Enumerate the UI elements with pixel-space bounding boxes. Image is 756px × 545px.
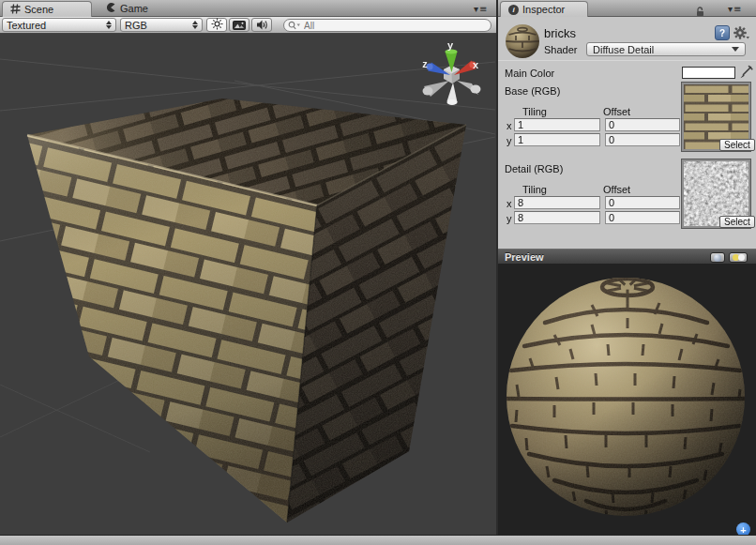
scene-3d-canvas: y x z xyxy=(0,34,496,535)
detail-offset-x-field[interactable] xyxy=(605,196,680,209)
base-x-label: x xyxy=(507,120,512,131)
scene-tabbar: Scene Game ▾≡ xyxy=(0,0,496,17)
chevron-down-icon xyxy=(732,47,739,52)
material-preview-thumbnail xyxy=(505,23,540,59)
preview-viewport[interactable]: + xyxy=(498,265,756,535)
tab-scene[interactable]: Scene xyxy=(2,1,92,17)
sun-icon xyxy=(211,17,223,34)
detail-tiling-y-field[interactable] xyxy=(514,211,600,224)
preview-title: Preview xyxy=(505,251,544,263)
header-separator xyxy=(498,60,756,61)
eyedropper-icon[interactable] xyxy=(739,65,753,83)
updown-arrows-icon xyxy=(192,21,198,29)
detail-section-title: Detail (RGB) xyxy=(505,163,563,174)
scene-pane-menu-icon[interactable]: ▾≡ xyxy=(474,4,488,14)
tab-inspector[interactable]: i Inspector xyxy=(500,1,588,17)
speaker-icon xyxy=(256,17,268,34)
base-y-label: y xyxy=(507,135,512,146)
gizmo-z-label: z xyxy=(422,58,428,69)
tab-game-label: Game xyxy=(120,3,148,14)
scene-pane: Scene Game ▾≡ Textured RGB xyxy=(0,0,496,535)
base-section-title: Base (RGB) xyxy=(505,85,560,97)
image-icon xyxy=(233,17,246,34)
base-offset-y-field[interactable] xyxy=(605,133,680,146)
preview-light-button[interactable] xyxy=(729,252,748,263)
lock-icon[interactable] xyxy=(695,4,705,21)
base-tiling-label: Tiling xyxy=(522,106,547,117)
base-offset-label: Offset xyxy=(603,106,630,117)
detail-select-button[interactable]: Select xyxy=(719,216,755,228)
color-mode-label: RGB xyxy=(125,20,189,31)
tab-scene-label: Scene xyxy=(24,4,53,15)
preview-zoom-plus-button[interactable]: + xyxy=(736,522,750,535)
base-offset-x-field[interactable] xyxy=(605,118,680,131)
detail-x-label: x xyxy=(507,198,512,209)
preview-sphere-canvas xyxy=(498,265,756,535)
shader-value: Diffuse Detail xyxy=(593,44,654,55)
render-mode-label: Textured xyxy=(7,20,102,31)
search-input[interactable] xyxy=(304,21,487,31)
main-color-label: Main Color xyxy=(505,68,554,79)
scene-orientation-gizmo[interactable]: y x z xyxy=(422,39,480,105)
preview-model-button[interactable] xyxy=(710,252,725,263)
preview-header[interactable]: Preview xyxy=(498,249,756,265)
color-mode-dropdown[interactable]: RGB xyxy=(120,18,203,32)
window-bottom-strip xyxy=(0,535,756,545)
search-icon xyxy=(288,21,301,30)
base-tiling-x-field[interactable] xyxy=(514,118,600,131)
main-color-swatch[interactable] xyxy=(682,67,735,79)
gear-icon[interactable] xyxy=(733,25,749,44)
unity-editor-window: { "scene": { "tabs": { "scene": "Scene",… xyxy=(0,0,756,545)
sphere-icon xyxy=(714,254,721,262)
game-icon xyxy=(105,2,116,15)
base-select-button[interactable]: Select xyxy=(719,139,755,151)
skybox-toggle-button[interactable] xyxy=(229,18,249,32)
tab-inspector-label: Inspector xyxy=(522,4,565,15)
gizmo-y-label: y xyxy=(447,39,454,51)
lighting-toggle-button[interactable] xyxy=(206,18,227,32)
base-tiling-y-field[interactable] xyxy=(514,133,600,146)
render-mode-dropdown[interactable]: Textured xyxy=(2,18,116,32)
material-name: bricks xyxy=(544,26,576,40)
gizmo-x-label: x xyxy=(473,59,479,70)
detail-y-label: y xyxy=(507,213,512,224)
detail-offset-label: Offset xyxy=(603,184,630,195)
detail-offset-y-field[interactable] xyxy=(605,211,680,224)
detail-tiling-label: Tiling xyxy=(522,184,547,195)
light-dots-icon xyxy=(733,254,745,262)
shader-label: Shader xyxy=(544,44,577,55)
detail-tiling-x-field[interactable] xyxy=(514,196,600,209)
scene-toolbar: Textured RGB xyxy=(0,17,496,34)
scene-grid-icon xyxy=(10,4,21,16)
updown-arrows-icon xyxy=(106,21,112,29)
tab-game[interactable]: Game xyxy=(99,1,156,16)
inspector-tabbar: i Inspector ▾≡ xyxy=(498,0,756,17)
shader-dropdown[interactable]: Diffuse Detail xyxy=(586,42,746,56)
info-icon: i xyxy=(508,5,519,15)
audio-toggle-button[interactable] xyxy=(251,18,272,32)
scene-search-field[interactable] xyxy=(283,19,491,32)
inspector-pane-menu-icon[interactable]: ▾≡ xyxy=(728,4,742,14)
brick-cube[interactable] xyxy=(0,81,496,535)
scene-viewport[interactable]: y x z xyxy=(0,34,496,535)
inspector-pane: i Inspector ▾≡ xyxy=(498,0,756,249)
help-icon[interactable]: ? xyxy=(715,25,730,40)
